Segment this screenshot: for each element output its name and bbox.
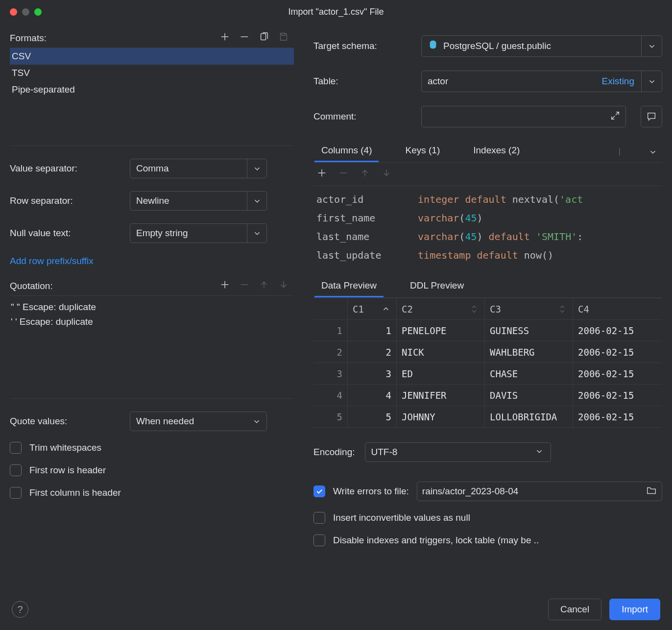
postgresql-icon: [428, 40, 438, 53]
minimize-button[interactable]: [22, 8, 29, 16]
svg-rect-0: [261, 34, 266, 40]
remove-column-icon: [338, 168, 349, 181]
formats-list[interactable]: CSV TSV Pipe-separated: [10, 48, 294, 146]
tab-keys[interactable]: Keys (1): [398, 141, 447, 162]
quotation-label: Quotation:: [10, 281, 53, 291]
encoding-select[interactable]: UTF-8: [365, 442, 551, 462]
import-button[interactable]: Import: [609, 599, 660, 620]
zoom-button[interactable]: [34, 8, 42, 16]
comment-field[interactable]: [421, 106, 626, 127]
chevron-down-icon[interactable]: [641, 36, 662, 56]
add-row-prefix-link[interactable]: Add row prefix/suffix: [10, 256, 294, 267]
first-row-header-checkbox[interactable]: [10, 464, 22, 476]
table-row[interactable]: 33EDCHASE2006-02-15: [313, 363, 662, 385]
table-row[interactable]: 44JENNIFERDAVIS2006-02-15: [313, 385, 662, 406]
schema-tabs: Columns (4) Keys (1) Indexes (2): [313, 141, 662, 163]
table-row[interactable]: 22NICKWAHLBERG2006-02-15: [313, 341, 662, 363]
tab-data-preview[interactable]: Data Preview: [314, 276, 384, 297]
close-button[interactable]: [10, 8, 17, 16]
table-select[interactable]: actor Existing: [421, 71, 662, 92]
sort-icon[interactable]: [557, 304, 568, 315]
null-text-select[interactable]: Empty string: [130, 223, 267, 243]
move-down-icon: [278, 279, 289, 292]
expand-icon[interactable]: [610, 110, 621, 123]
preview-tabs: Data Preview DDL Preview: [313, 276, 662, 298]
row-separator-label: Row separator:: [10, 195, 120, 206]
format-pipe[interactable]: Pipe-separated: [10, 81, 294, 98]
format-tsv[interactable]: TSV: [10, 65, 294, 81]
first-col-header-checkbox[interactable]: [10, 487, 22, 499]
add-format-icon[interactable]: [219, 31, 230, 45]
quote-values-label: Quote values:: [10, 416, 120, 427]
table-existing-badge: Existing: [595, 71, 641, 92]
value-separator-label: Value separator:: [10, 163, 120, 174]
write-errors-checkbox[interactable]: [313, 485, 325, 497]
column-down-icon: [381, 168, 392, 181]
tab-indexes[interactable]: Indexes (2): [466, 141, 527, 162]
help-button[interactable]: ?: [12, 601, 28, 618]
add-quotation-icon[interactable]: [219, 279, 230, 292]
tab-ddl-preview[interactable]: DDL Preview: [403, 276, 471, 297]
save-format-icon: [278, 31, 289, 45]
disable-indexes-label: Disable indexes and triggers, lock table…: [333, 535, 539, 546]
titlebar: Import "actor_1.csv" File: [0, 0, 672, 24]
move-up-icon: [259, 279, 269, 292]
comment-label: Comment:: [313, 111, 411, 122]
chevron-down-icon[interactable]: [247, 224, 266, 242]
table-row[interactable]: 11PENELOPEGUINESS2006-02-15: [313, 320, 662, 341]
error-file-path-field[interactable]: rains/actor_2023-08-04: [417, 482, 662, 501]
sort-asc-icon[interactable]: [381, 304, 391, 315]
remove-format-icon[interactable]: [239, 31, 250, 45]
first-col-header-label: First column is header: [29, 487, 121, 498]
add-column-icon[interactable]: [316, 168, 327, 181]
data-preview-table[interactable]: C1 C2 C3 C4 11PENELOPEGUINESS2006-02-152…: [313, 298, 662, 428]
quote-values-select[interactable]: When needed: [130, 412, 267, 431]
quotation-item[interactable]: " " Escape: duplicate: [10, 300, 294, 315]
encoding-label: Encoding:: [313, 447, 355, 458]
tab-columns[interactable]: Columns (4): [314, 141, 379, 162]
trim-whitespaces-checkbox[interactable]: [10, 442, 22, 454]
disable-indexes-checkbox[interactable]: [313, 534, 325, 546]
trim-whitespaces-label: Trim whitespaces: [29, 442, 101, 453]
quotation-item[interactable]: ' ' Escape: duplicate: [10, 315, 294, 329]
row-separator-select[interactable]: Newline: [130, 191, 267, 211]
chevron-down-icon[interactable]: [641, 71, 662, 92]
chevron-down-icon[interactable]: [247, 192, 266, 210]
column-up-icon: [360, 168, 370, 181]
tabs-more-icon[interactable]: [614, 141, 628, 162]
sort-icon[interactable]: [469, 304, 480, 315]
write-errors-label: Write errors to file:: [333, 486, 409, 497]
copy-format-icon[interactable]: [259, 31, 269, 45]
chevron-down-icon[interactable]: [247, 159, 266, 178]
columns-list[interactable]: actor_id integer default nextval('act fi…: [313, 186, 662, 269]
format-csv[interactable]: CSV: [10, 48, 294, 65]
table-label: Table:: [313, 76, 411, 87]
remove-quotation-icon: [239, 279, 250, 292]
insert-null-checkbox[interactable]: [313, 512, 325, 524]
value-separator-select[interactable]: Comma: [130, 159, 267, 178]
target-schema-select[interactable]: PostgreSQL / guest.public: [421, 35, 662, 57]
folder-icon[interactable]: [646, 485, 657, 498]
tabs-expand-icon[interactable]: [648, 141, 661, 162]
first-row-header-label: First row is header: [29, 465, 106, 476]
insert-null-label: Insert inconvertible values as null: [333, 512, 470, 523]
table-row[interactable]: 55JOHNNYLOLLOBRIGIDA2006-02-15: [313, 406, 662, 428]
cancel-button[interactable]: Cancel: [548, 599, 601, 620]
formats-label: Formats:: [10, 33, 47, 44]
quotation-list[interactable]: " " Escape: duplicate ' ' Escape: duplic…: [10, 296, 294, 399]
null-text-label: Null value text:: [10, 228, 120, 239]
comment-preview-button[interactable]: [641, 106, 662, 127]
target-schema-label: Target schema:: [313, 41, 411, 51]
window-title: Import "actor_1.csv" File: [0, 7, 672, 17]
chevron-down-icon[interactable]: [247, 412, 266, 431]
chevron-down-icon[interactable]: [534, 446, 545, 459]
